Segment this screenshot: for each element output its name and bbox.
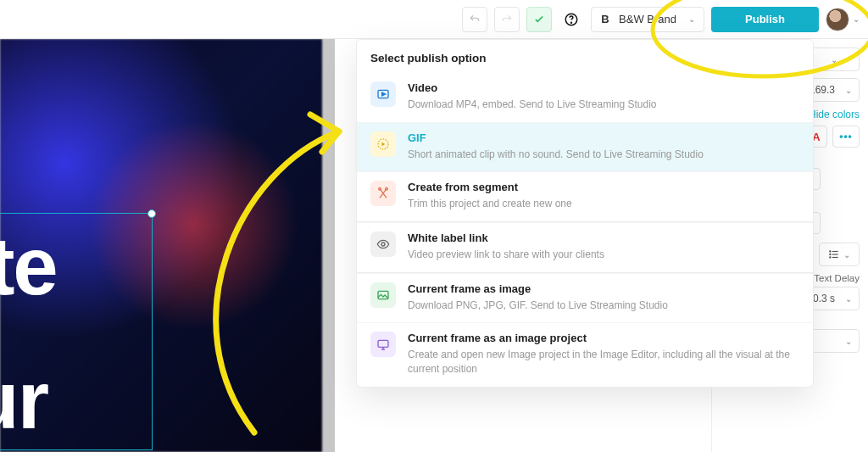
svg-point-5 [830,251,831,252]
publish-option-frame-image[interactable]: Current frame as image Download PNG, JPG… [357,273,813,323]
brand-b-icon: B [598,13,612,26]
segment-icon [370,181,396,206]
top-toolbar: B B&W Brand ⌄ Publish ⌄ [0,0,868,39]
publish-option-whitelabel[interactable]: White label link Video preview link to s… [357,222,813,272]
publish-dropdown: Select publish option Video Download MP4… [356,39,814,388]
svg-point-14 [381,243,385,246]
brand-select[interactable]: B B&W Brand ⌄ [591,7,704,32]
help-button[interactable] [559,7,584,32]
image-icon [370,282,396,308]
publish-option-video[interactable]: Video Download MP4, embed. Send to Live … [357,73,813,122]
publish-option-gif[interactable]: GIF Short animated clip with no sound. S… [357,122,813,172]
svg-point-13 [386,188,388,191]
svg-point-12 [379,188,381,191]
svg-point-1 [571,22,572,23]
chevron-down-icon: ⌄ [853,14,860,24]
svg-marker-11 [382,142,386,146]
brand-label: B&W Brand [619,13,676,25]
account-menu[interactable]: ⌄ [826,8,860,31]
avatar [826,8,849,31]
redo-button[interactable] [494,7,520,32]
project-icon [370,332,396,357]
more-colors-button[interactable]: ••• [832,126,860,148]
gif-icon [370,131,396,157]
publish-option-frame-project[interactable]: Current frame as an image project Create… [357,322,813,386]
publish-option-segment[interactable]: Create from segment Trim this project an… [357,171,813,221]
saved-indicator [526,7,552,32]
list-style-select[interactable]: ⌄ [819,243,860,266]
undo-button[interactable] [462,7,487,32]
svg-point-6 [830,254,831,254]
eye-icon [370,232,396,257]
video-icon [370,81,396,107]
chevron-down-icon: ⌄ [688,14,695,24]
publish-button[interactable]: Publish [711,7,819,32]
canvas-column: ate ur [0,39,335,452]
dropdown-title: Select publish option [357,40,813,73]
font-select-collapsed[interactable]: ⌄ [809,47,860,71]
canvas-text-line2[interactable]: ur [0,360,47,441]
svg-rect-16 [378,341,388,348]
svg-point-7 [830,257,831,258]
canvas-text-line1[interactable]: ate [0,226,57,307]
svg-marker-9 [382,92,386,96]
